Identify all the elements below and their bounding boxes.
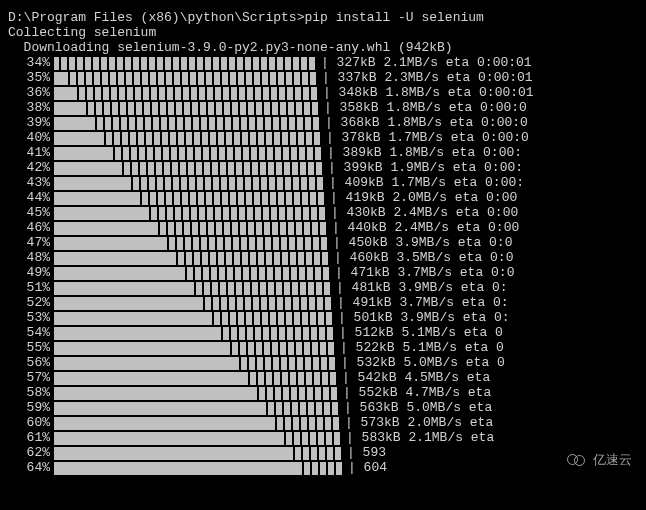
progress-stats: | 481kB 3.9MB/s eta 0:	[336, 280, 638, 295]
progress-row: 56%| 532kB 5.0MB/s eta 0	[8, 355, 638, 370]
percent-label: 34%	[8, 55, 54, 70]
progress-row: 34%| 327kB 2.1MB/s eta 0:00:01	[8, 55, 638, 70]
percent-label: 60%	[8, 415, 54, 430]
progress-stats: | 552kB 4.7MB/s eta	[343, 385, 638, 400]
percent-label: 53%	[8, 310, 54, 325]
progress-row: 58%| 552kB 4.7MB/s eta	[8, 385, 638, 400]
progress-bar	[54, 431, 340, 444]
progress-row: 49%| 471kB 3.7MB/s eta 0:0	[8, 265, 638, 280]
progress-row: 47%| 450kB 3.9MB/s eta 0:0	[8, 235, 638, 250]
progress-bar	[54, 206, 325, 219]
progress-stats: | 512kB 5.1MB/s eta 0	[339, 325, 638, 340]
progress-row: 51%| 481kB 3.9MB/s eta 0:	[8, 280, 638, 295]
progress-stats: | 532kB 5.0MB/s eta 0	[341, 355, 638, 370]
progress-row: 52%| 491kB 3.7MB/s eta 0:	[8, 295, 638, 310]
progress-bar	[54, 446, 341, 459]
progress-bar	[54, 101, 318, 114]
progress-bar	[54, 461, 342, 474]
cloud-icon	[569, 453, 589, 467]
progress-stats: | 368kB 1.8MB/s eta 0:00:0	[325, 115, 638, 130]
percent-label: 40%	[8, 130, 54, 145]
progress-row: 60%| 573kB 2.0MB/s eta	[8, 415, 638, 430]
progress-bar	[54, 236, 327, 249]
progress-stats: | 419kB 2.0MB/s eta 0:00	[330, 190, 638, 205]
progress-bar	[54, 356, 335, 369]
percent-label: 44%	[8, 190, 54, 205]
progress-stats: | 337kB 2.3MB/s eta 0:00:01	[322, 70, 638, 85]
progress-bar	[54, 71, 316, 84]
percent-label: 48%	[8, 250, 54, 265]
progress-bar	[54, 221, 326, 234]
progress-row: 48%| 460kB 3.5MB/s eta 0:0	[8, 250, 638, 265]
watermark-text: 亿速云	[593, 452, 632, 467]
downloading-line: Downloading selenium-3.9.0-py2.py3-none-…	[8, 40, 638, 55]
progress-bar	[54, 56, 315, 69]
progress-bar	[54, 131, 320, 144]
progress-stats: | 563kB 5.0MB/s eta	[344, 400, 638, 415]
progress-row: 57%| 542kB 4.5MB/s eta	[8, 370, 638, 385]
progress-stats: | 348kB 1.8MB/s eta 0:00:01	[323, 85, 638, 100]
percent-label: 54%	[8, 325, 54, 340]
terminal-viewport: D:\Program Files (x86)\python\Scripts>pi…	[0, 0, 646, 475]
percent-label: 56%	[8, 355, 54, 370]
percent-label: 64%	[8, 460, 54, 475]
progress-bar	[54, 416, 339, 429]
percent-label: 38%	[8, 100, 54, 115]
progress-row: 42%| 399kB 1.9MB/s eta 0:00:	[8, 160, 638, 175]
progress-bar	[54, 311, 332, 324]
progress-stats: | 378kB 1.7MB/s eta 0:00:0	[326, 130, 638, 145]
percent-label: 47%	[8, 235, 54, 250]
progress-stats: | 471kB 3.7MB/s eta 0:0	[335, 265, 638, 280]
progress-bar	[54, 116, 319, 129]
progress-bar	[54, 326, 333, 339]
progress-row: 64%| 604	[8, 460, 638, 475]
progress-bar	[54, 191, 324, 204]
percent-label: 49%	[8, 265, 54, 280]
progress-bar	[54, 251, 328, 264]
progress-stats: | 440kB 2.4MB/s eta 0:00	[332, 220, 638, 235]
progress-bar	[54, 146, 321, 159]
percent-label: 36%	[8, 85, 54, 100]
progress-row: 35%| 337kB 2.3MB/s eta 0:00:01	[8, 70, 638, 85]
progress-stats: | 399kB 1.9MB/s eta 0:00:	[328, 160, 638, 175]
percent-label: 61%	[8, 430, 54, 445]
progress-row: 59%| 563kB 5.0MB/s eta	[8, 400, 638, 415]
progress-row: 54%| 512kB 5.1MB/s eta 0	[8, 325, 638, 340]
progress-row: 39%| 368kB 1.8MB/s eta 0:00:0	[8, 115, 638, 130]
percent-label: 35%	[8, 70, 54, 85]
progress-stats: | 430kB 2.4MB/s eta 0:00	[331, 205, 638, 220]
progress-bar	[54, 371, 336, 384]
progress-row: 36%| 348kB 1.8MB/s eta 0:00:01	[8, 85, 638, 100]
progress-stats: | 491kB 3.7MB/s eta 0:	[337, 295, 638, 310]
progress-stats: | 573kB 2.0MB/s eta	[345, 415, 638, 430]
progress-stats: | 358kB 1.8MB/s eta 0:00:0	[324, 100, 638, 115]
watermark: 亿速云	[569, 452, 632, 467]
percent-label: 42%	[8, 160, 54, 175]
progress-stats: | 409kB 1.7MB/s eta 0:00:	[329, 175, 638, 190]
percent-label: 57%	[8, 370, 54, 385]
progress-row: 43%| 409kB 1.7MB/s eta 0:00:	[8, 175, 638, 190]
progress-bar	[54, 401, 338, 414]
percent-label: 41%	[8, 145, 54, 160]
progress-stats: | 327kB 2.1MB/s eta 0:00:01	[321, 55, 638, 70]
percent-label: 55%	[8, 340, 54, 355]
progress-stats: | 542kB 4.5MB/s eta	[342, 370, 638, 385]
progress-stats: | 460kB 3.5MB/s eta 0:0	[334, 250, 638, 265]
percent-label: 58%	[8, 385, 54, 400]
progress-bar	[54, 161, 322, 174]
percent-label: 51%	[8, 280, 54, 295]
status-line: Collecting selenium	[8, 25, 638, 40]
progress-row: 62%| 593	[8, 445, 638, 460]
progress-bar	[54, 86, 317, 99]
progress-row: 44%| 419kB 2.0MB/s eta 0:00	[8, 190, 638, 205]
progress-row: 53%| 501kB 3.9MB/s eta 0:	[8, 310, 638, 325]
progress-bar	[54, 296, 331, 309]
percent-label: 59%	[8, 400, 54, 415]
progress-bar	[54, 281, 330, 294]
progress-bar	[54, 176, 323, 189]
progress-row: 46%| 440kB 2.4MB/s eta 0:00	[8, 220, 638, 235]
progress-stats: | 450kB 3.9MB/s eta 0:0	[333, 235, 638, 250]
progress-bar	[54, 266, 329, 279]
percent-label: 62%	[8, 445, 54, 460]
progress-stats: | 522kB 5.1MB/s eta 0	[340, 340, 638, 355]
